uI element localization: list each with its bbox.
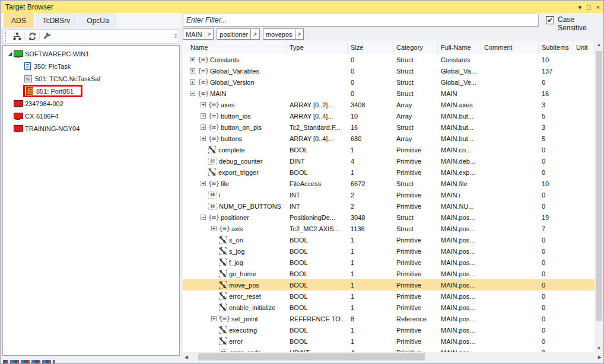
expander-icon[interactable]: + bbox=[190, 68, 195, 74]
table-row[interactable]: +{≡}Constants0StructConstants10 bbox=[183, 54, 595, 65]
tree-item-501-tcnc-nctasksaf[interactable]: 501: TCNC.NcTaskSaf bbox=[3, 72, 179, 85]
table-row[interactable]: executingBOOL1PrimitiveMAIN.pos...0 bbox=[183, 324, 595, 336]
scroll-left-icon[interactable]: ◀ bbox=[185, 355, 188, 360]
tree-item-softwarepc-win1[interactable]: ◢SOFTWAREPC-WIN1 bbox=[3, 47, 179, 60]
window-position-menu-icon[interactable]: ▾ bbox=[578, 1, 581, 13]
port-icon bbox=[26, 87, 33, 95]
cell-type: ARRAY [0..4]... bbox=[287, 113, 348, 120]
table-row[interactable]: 32debug_counterDINT4PrimitiveMAIN.deb...… bbox=[183, 155, 595, 167]
table-row[interactable]: +{≡}button_on_plsTc2_Standard.F...16Stru… bbox=[183, 122, 595, 133]
breadcrumb-arrow-icon[interactable]: > bbox=[295, 29, 304, 39]
column-header-category[interactable]: Category bbox=[393, 41, 438, 54]
table-row[interactable]: +{≡}Global_Variables0StructGlobal_Va...1… bbox=[183, 65, 595, 76]
table-row[interactable]: 32error_codeUDINT4PrimitiveMAIN.pos...0 bbox=[183, 347, 595, 352]
breadcrumb-main[interactable]: MAIN> bbox=[183, 28, 214, 40]
cell-subitems: 0 bbox=[539, 237, 573, 244]
expander-icon[interactable]: + bbox=[201, 181, 206, 186]
tree-item-cx-6186f4[interactable]: CX-6186F4 bbox=[3, 110, 179, 122]
expander-icon[interactable]: + bbox=[201, 113, 206, 119]
maximize-icon[interactable]: □ bbox=[587, 1, 591, 13]
tab-tcdbsrv[interactable]: TcDBSrv bbox=[35, 13, 78, 28]
cell-full-name: MAIN.but... bbox=[438, 135, 481, 142]
tree-item-content: TRAINING-NGY04 bbox=[14, 125, 80, 132]
case-sensitive-checkbox[interactable]: ✔ bbox=[546, 16, 554, 24]
expander-icon[interactable]: + bbox=[211, 316, 217, 321]
name-label: export_trigger bbox=[218, 169, 259, 176]
table-row[interactable]: +{≡}buttonsARRAY [0..4]...680ArrayMAIN.b… bbox=[183, 133, 595, 144]
scroll-up-icon[interactable]: ▲ bbox=[595, 42, 603, 47]
column-header-size[interactable]: Size bbox=[348, 41, 393, 54]
vertical-scroll-thumb[interactable] bbox=[596, 51, 602, 321]
scroll-right-icon[interactable]: ▶ bbox=[598, 355, 602, 360]
table-row[interactable]: s_jogBOOL1PrimitiveMAIN.pos...0 bbox=[183, 245, 595, 257]
monitor-green-icon bbox=[14, 50, 22, 58]
breadcrumb-movepos[interactable]: movepos> bbox=[263, 28, 304, 40]
table-row[interactable]: completeBOOL1PrimitiveMAIN.co...0 bbox=[183, 144, 595, 155]
cell-full-name: MAIN.pos... bbox=[438, 327, 481, 334]
tree-item-training-ngy04[interactable]: TRAINING-NGY04 bbox=[3, 122, 179, 135]
close-icon[interactable]: × bbox=[596, 1, 600, 13]
table-row[interactable]: 16iINT2PrimitiveMAIN.i0 bbox=[183, 189, 595, 200]
column-header-subitems[interactable]: Subitems bbox=[539, 41, 573, 54]
tree-expanded-icon[interactable]: ◢ bbox=[7, 51, 14, 56]
expander-icon[interactable]: + bbox=[201, 136, 206, 141]
column-header-comment[interactable]: Comment bbox=[481, 41, 539, 54]
table-row[interactable]: errorBOOL1PrimitiveMAIN.pos...0 bbox=[183, 336, 595, 347]
vertical-scrollbar[interactable]: ▲ ▼ bbox=[595, 41, 603, 352]
breadcrumb-arrow-icon[interactable]: > bbox=[205, 29, 214, 39]
table-row[interactable]: error_resetBOOL1PrimitiveMAIN.pos...0 bbox=[183, 290, 595, 302]
horizontal-scroll-thumb[interactable] bbox=[198, 353, 425, 360]
cell-name: complete bbox=[183, 146, 287, 154]
expander-icon[interactable]: + bbox=[201, 124, 206, 130]
toolbar-drag-handle-icon[interactable] bbox=[5, 31, 8, 41]
table-row[interactable]: +{≡}Global_Version0StructGlobal_Ve...6 bbox=[183, 76, 595, 88]
table-row[interactable]: enable_initializeBOOL1PrimitiveMAIN.pos.… bbox=[183, 302, 595, 313]
table-row[interactable]: −{≡}MAIN0StructMAIN16 bbox=[183, 88, 595, 99]
cell-full-name: MAIN.pos... bbox=[438, 270, 481, 277]
target-tree-icon[interactable] bbox=[11, 30, 24, 43]
title-bar[interactable]: Target Browser bbox=[1, 1, 603, 13]
expander-icon[interactable]: − bbox=[190, 91, 195, 96]
tree-item-851-port851[interactable]: 851: Port851 bbox=[3, 85, 179, 97]
column-header-type[interactable]: Type bbox=[287, 41, 348, 54]
column-header-unit[interactable]: Unit bbox=[573, 41, 595, 54]
tree-item-content: 350: PlcTask bbox=[24, 62, 71, 70]
breadcrumb-arrow-icon[interactable]: > bbox=[250, 29, 259, 39]
table-row[interactable]: +{≡}set_pointREFERENCE TO...8ReferenceMA… bbox=[183, 313, 595, 324]
bool-icon bbox=[219, 281, 227, 289]
scroll-down-icon[interactable]: ▼ bbox=[595, 346, 603, 351]
expander-icon[interactable]: + bbox=[201, 102, 206, 107]
table-row[interactable]: go_homeBOOL1PrimitiveMAIN.pos...0 bbox=[183, 268, 595, 279]
table-row[interactable]: +{≡}axesARRAY [0..2]...3408ArrayMAIN.axe… bbox=[183, 99, 595, 110]
tree-item-2347984-002[interactable]: 2347984-002 bbox=[3, 97, 179, 110]
expander-icon[interactable]: − bbox=[201, 215, 206, 220]
tree-item-350-plctask[interactable]: 350: PlcTask bbox=[3, 60, 179, 72]
column-header-name[interactable]: Name bbox=[183, 41, 287, 54]
table-row[interactable]: +{≡}axisTc2_MC2.AXIS...1136StructMAIN.po… bbox=[183, 223, 595, 234]
table-row[interactable]: +{≡}button_iosARRAY [0..4]...10ArrayMAIN… bbox=[183, 110, 595, 122]
refresh-icon[interactable] bbox=[26, 30, 39, 43]
table-row[interactable]: 16NUM_OF_BUTTONSINT2PrimitiveMAIN.NU...0 bbox=[183, 200, 595, 212]
horizontal-scrollbar[interactable]: ◀ ▶ bbox=[183, 352, 603, 362]
cell-category: Struct bbox=[393, 225, 438, 232]
tab-ads[interactable]: ADS bbox=[4, 13, 34, 28]
tab-opcua[interactable]: OpcUa bbox=[79, 13, 116, 28]
expander-icon[interactable]: + bbox=[190, 57, 195, 62]
settings-wrench-icon[interactable] bbox=[40, 30, 53, 43]
table-row[interactable]: move_posBOOL1PrimitiveMAIN.pos...0 bbox=[183, 279, 595, 290]
expander-icon[interactable]: + bbox=[211, 226, 217, 231]
cell-full-name: MAIN.file bbox=[438, 180, 481, 187]
table-row[interactable]: −{≡}positionerPositioningDe...3048Struct… bbox=[183, 212, 595, 223]
name-label: debug_counter bbox=[219, 158, 262, 165]
toolbar-overflow-icon[interactable]: ▾ bbox=[174, 34, 177, 39]
breadcrumb-label: positioner bbox=[217, 29, 250, 39]
table-row[interactable]: +{≡}fileFileAccess6672StructMAIN.file10 bbox=[183, 178, 595, 189]
filter-input[interactable] bbox=[183, 14, 539, 27]
name-label: button_ios bbox=[221, 113, 251, 120]
table-row[interactable]: export_triggerBOOL1PrimitiveMAIN.exp...0 bbox=[183, 167, 595, 178]
table-row[interactable]: f_jogBOOL1PrimitiveMAIN.pos...0 bbox=[183, 257, 595, 268]
table-row[interactable]: s_onBOOL1PrimitiveMAIN.pos...0 bbox=[183, 234, 595, 245]
expander-icon[interactable]: + bbox=[190, 79, 195, 85]
breadcrumb-positioner[interactable]: positioner> bbox=[217, 28, 260, 40]
column-header-full-name[interactable]: Full-Name bbox=[438, 41, 481, 54]
